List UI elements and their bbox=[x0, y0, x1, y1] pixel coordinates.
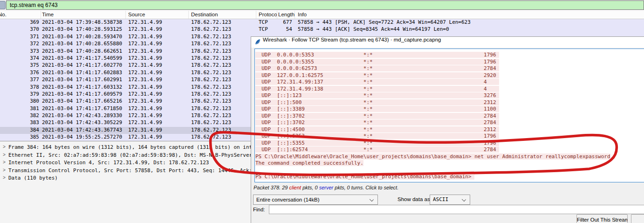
expand-chevron-icon[interactable]: > bbox=[3, 144, 6, 149]
expand-chevron-icon[interactable]: > bbox=[3, 160, 6, 165]
display-filter-input[interactable] bbox=[6, 0, 644, 10]
column-header-length[interactable]: Length bbox=[277, 11, 295, 19]
conversation-select[interactable]: Entire conversation (14kB) bbox=[253, 195, 378, 205]
filter-out-this-stream-button[interactable]: Filter Out This Stream bbox=[576, 214, 628, 223]
chevron-down-icon bbox=[462, 197, 466, 202]
dialog-titlebar[interactable]: Wireshark · Follow TCP Stream (tcp.strea… bbox=[251, 37, 644, 48]
show-data-as-select[interactable]: ASCII bbox=[430, 195, 470, 205]
expand-chevron-icon[interactable]: > bbox=[3, 167, 6, 173]
show-data-as-value: ASCII bbox=[433, 196, 448, 202]
stream-meta: Packet 378. 29 client pkts, 0 server pkt… bbox=[253, 185, 398, 190]
find-label: Find: bbox=[253, 207, 265, 212]
packet-row[interactable]: 3692021-03-04 17:39:48.538738172.31.4.99… bbox=[0, 19, 644, 26]
dialog-title: Wireshark · Follow TCP Stream (tcp.strea… bbox=[263, 37, 441, 42]
bookmark-icon[interactable] bbox=[0, 1, 6, 9]
conversation-select-value: Entire conversation (14kB) bbox=[256, 197, 320, 202]
column-header-destination[interactable]: Destination bbox=[189, 11, 256, 19]
column-header-info[interactable]: Info bbox=[295, 11, 644, 19]
print-button[interactable]: Print bbox=[631, 214, 644, 223]
display-filter-bar bbox=[0, 0, 644, 11]
expand-chevron-icon[interactable]: > bbox=[3, 152, 6, 157]
column-header-protocol[interactable]: Protocol bbox=[256, 11, 277, 19]
column-header-source[interactable]: Source bbox=[126, 11, 189, 19]
column-header-time[interactable]: Time bbox=[41, 11, 126, 19]
chevron-down-icon bbox=[370, 197, 374, 202]
column-header-no[interactable]: No. bbox=[0, 11, 41, 19]
packet-list-header: No. Time Source Destination Protocol Len… bbox=[0, 11, 644, 19]
stream-content: UDP 0.0.0.0:5353 *:* 1796 UDP 0.0.0.0:53… bbox=[255, 52, 644, 181]
expand-chevron-icon[interactable]: > bbox=[3, 175, 6, 180]
show-data-as-label: Show data as bbox=[397, 196, 430, 202]
wireshark-logo-icon bbox=[254, 39, 261, 45]
packet-row[interactable]: 3702021-03-04 17:40:28.593125172.31.4.99… bbox=[0, 26, 644, 33]
follow-tcp-stream-dialog: Wireshark · Follow TCP Stream (tcp.strea… bbox=[251, 36, 644, 223]
stream-content-box[interactable]: UDP 0.0.0.0:5353 *:* 1796 UDP 0.0.0.0:53… bbox=[254, 49, 644, 182]
find-input[interactable] bbox=[269, 205, 644, 214]
